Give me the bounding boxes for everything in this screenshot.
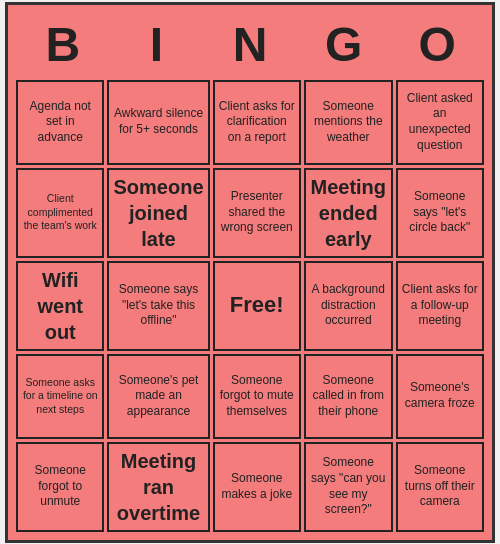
letter-b: B [19,17,107,72]
bingo-cell-18[interactable]: Someone called in from their phone [304,354,392,439]
bingo-cell-16[interactable]: Someone's pet made an appearance [107,354,209,439]
bingo-cell-17[interactable]: Someone forgot to mute themselves [213,354,302,439]
bingo-card: B I N G O Agenda not set in advanceAwkwa… [5,2,495,543]
bingo-grid: Agenda not set in advanceAwkward silence… [16,80,484,532]
letter-g: G [300,17,388,72]
letter-i: I [112,17,200,72]
bingo-cell-10[interactable]: Wifi went out [16,261,104,351]
bingo-cell-7[interactable]: Presenter shared the wrong screen [213,168,302,258]
bingo-cell-1[interactable]: Awkward silence for 5+ seconds [107,80,209,165]
bingo-cell-24[interactable]: Someone turns off their camera [396,442,485,532]
bingo-cell-15[interactable]: Someone asks for a timeline on next step… [16,354,104,439]
bingo-cell-20[interactable]: Someone forgot to unmute [16,442,104,532]
bingo-cell-2[interactable]: Client asks for clarification on a repor… [213,80,302,165]
bingo-cell-19[interactable]: Someone's camera froze [396,354,485,439]
bingo-cell-5[interactable]: Client complimented the team's work [16,168,104,258]
letter-n: N [206,17,294,72]
bingo-header: B I N G O [16,13,484,80]
bingo-cell-12[interactable]: Free! [213,261,302,351]
bingo-cell-0[interactable]: Agenda not set in advance [16,80,104,165]
bingo-cell-13[interactable]: A background distraction occurred [304,261,392,351]
bingo-cell-8[interactable]: Meeting ended early [304,168,392,258]
letter-o: O [393,17,481,72]
bingo-cell-21[interactable]: Meeting ran overtime [107,442,209,532]
bingo-cell-6[interactable]: Someone joined late [107,168,209,258]
bingo-cell-22[interactable]: Someone makes a joke [213,442,302,532]
bingo-cell-14[interactable]: Client asks for a follow-up meeting [396,261,485,351]
bingo-cell-11[interactable]: Someone says "let's take this offline" [107,261,209,351]
bingo-cell-9[interactable]: Someone says "let's circle back" [396,168,485,258]
bingo-cell-3[interactable]: Someone mentions the weather [304,80,392,165]
bingo-cell-23[interactable]: Someone says "can you see my screen?" [304,442,392,532]
bingo-cell-4[interactable]: Client asked an unexpected question [396,80,485,165]
